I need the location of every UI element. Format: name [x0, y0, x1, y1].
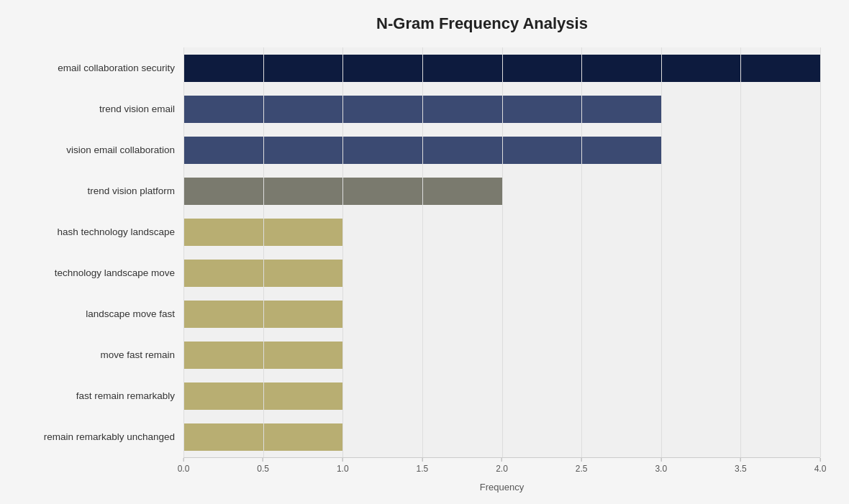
x-tick: 1.0: [337, 458, 349, 474]
x-tick-label: 0.0: [178, 464, 190, 474]
x-tick-line: [740, 458, 741, 462]
bar-label: trend vision email: [14, 88, 183, 129]
x-tick-line: [660, 458, 661, 462]
bars-column: [183, 47, 820, 457]
x-tick-label: 3.0: [655, 464, 667, 474]
x-tick-label: 1.0: [337, 464, 349, 474]
grid-line: [183, 47, 184, 457]
x-tick-line: [820, 458, 821, 462]
x-axis: 0.00.51.01.52.02.53.03.54.0: [14, 457, 820, 479]
x-tick: 1.5: [417, 458, 429, 474]
x-tick-label: 1.5: [417, 464, 429, 474]
x-tick-label: 4.0: [814, 464, 827, 474]
grid-line: [740, 47, 741, 457]
bar-label: move fast remain: [14, 334, 183, 375]
grid-line: [342, 47, 343, 457]
x-tick: 3.0: [655, 458, 667, 474]
bar-label: technology landscape move: [14, 252, 183, 293]
bar-label: email collaboration security: [14, 47, 183, 88]
x-tick-line: [263, 458, 263, 462]
grid-line: [581, 47, 582, 457]
x-tick-line: [342, 458, 343, 462]
grid-line: [263, 47, 264, 457]
x-tick: 0.0: [178, 458, 190, 474]
grid-line: [661, 47, 662, 457]
grid-line: [820, 47, 821, 457]
x-tick: 2.5: [576, 458, 588, 474]
bar-label: remain remarkably unchanged: [14, 416, 183, 457]
chart-inner: email collaboration securitytrend vision…: [14, 47, 820, 492]
chart-container: N-Gram Frequency Analysis email collabor…: [0, 0, 849, 504]
x-tick-label: 3.5: [735, 464, 747, 474]
bar-label: fast remain remarkably: [14, 375, 183, 416]
x-tick-line: [501, 458, 502, 462]
x-tick: 2.0: [496, 458, 508, 474]
bar-label: trend vision platform: [14, 170, 183, 211]
bars-with-grid: email collaboration securitytrend vision…: [14, 47, 820, 457]
bar-label: vision email collaboration: [14, 129, 183, 170]
labels-column: email collaboration securitytrend vision…: [14, 47, 183, 457]
x-tick-label: 2.0: [496, 464, 508, 474]
x-tick-line: [422, 458, 422, 462]
x-tick-line: [183, 458, 184, 462]
x-tick: 4.0: [814, 458, 827, 474]
x-axis-label: Frequency: [183, 482, 820, 492]
x-tick: 0.5: [257, 458, 269, 474]
bar-label: landscape move fast: [14, 293, 183, 334]
x-tick: 3.5: [735, 458, 747, 474]
x-axis-ticks: 0.00.51.01.52.02.53.03.54.0: [183, 457, 820, 479]
x-tick-label: 2.5: [576, 464, 588, 474]
grid-line: [422, 47, 423, 457]
bar-label: hash technology landscape: [14, 211, 183, 252]
x-tick-line: [581, 458, 582, 462]
x-axis-spacer: [14, 457, 183, 479]
x-tick-label: 0.5: [257, 464, 269, 474]
grid-line: [502, 47, 503, 457]
chart-title: N-Gram Frequency Analysis: [144, 14, 820, 33]
